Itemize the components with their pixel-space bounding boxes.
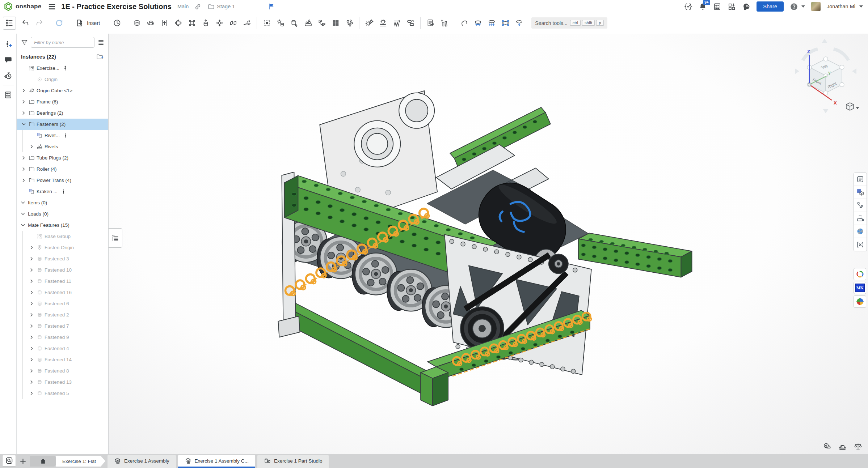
user-menu-caret-icon[interactable] <box>859 5 863 8</box>
onshape-logo[interactable]: onshape <box>4 2 41 11</box>
history-clock-icon[interactable] <box>110 17 123 30</box>
drawing-overlay-icon[interactable] <box>424 17 437 30</box>
gear-relation-icon[interactable] <box>363 17 376 30</box>
tree-item-fastened-4[interactable]: Fastened 4 <box>17 343 108 354</box>
tree-item-fastened-16[interactable]: Fastened 16 <box>17 287 108 298</box>
colorwheel-app-icon[interactable] <box>854 295 866 308</box>
expand-arrow-icon[interactable] <box>19 200 27 205</box>
assembly-structure-icon[interactable] <box>3 17 16 30</box>
expand-arrow-icon[interactable] <box>28 335 35 340</box>
tree-item-bearings-2[interactable]: Bearings (2) <box>17 107 108 119</box>
mate-planar-icon[interactable] <box>172 17 185 30</box>
mate-connector-add-icon[interactable] <box>0 36 17 52</box>
mate-list-panel-handle[interactable] <box>109 228 122 248</box>
tree-item-rivets[interactable]: Rivets <box>17 141 108 152</box>
rack-pinion-relation-icon[interactable] <box>376 17 389 30</box>
tree-item-frame-6[interactable]: Frame (6) <box>17 96 108 107</box>
mate-fastened-icon[interactable] <box>130 17 143 30</box>
tree-item-fastened-8[interactable]: Fastened 8 <box>17 365 108 376</box>
expand-arrow-icon[interactable] <box>28 290 35 295</box>
expand-arrow-icon[interactable] <box>28 391 35 396</box>
expand-arrow-icon[interactable] <box>28 268 35 272</box>
explode-line-icon[interactable] <box>458 17 471 30</box>
tree-item-fastened-10[interactable]: Fastened 10 <box>17 264 108 276</box>
checklist-icon[interactable] <box>0 87 17 103</box>
section-sheet-icon[interactable] <box>854 212 867 225</box>
add-tab-button[interactable] <box>18 455 28 467</box>
expand-arrow-icon[interactable] <box>19 223 27 227</box>
scale-icon[interactable] <box>854 442 862 451</box>
tree-item-fastened-11[interactable]: Fastened 11 <box>17 276 108 287</box>
tab-exercise-1-assembly[interactable]: Exercise 1 Assembly <box>108 455 176 468</box>
expand-arrow-icon[interactable] <box>28 324 35 328</box>
expand-arrow-icon[interactable] <box>20 156 28 160</box>
orbit-app-icon[interactable] <box>854 268 866 280</box>
mate-connector-icon[interactable] <box>288 17 301 30</box>
transfer-in-context-icon[interactable] <box>315 17 328 30</box>
tree-item-fastened-3[interactable]: Fastened 3 <box>17 253 108 264</box>
tree-item-fastened-2[interactable]: Fastened 2 <box>17 309 108 320</box>
tasks-icon[interactable] <box>713 3 721 11</box>
expand-arrow-icon[interactable] <box>28 357 35 362</box>
expand-arrow-icon[interactable] <box>20 111 28 115</box>
tree-item-origin[interactable]: Origin <box>17 74 108 85</box>
tree-item-items-0[interactable]: Items (0) <box>17 197 108 208</box>
mk-app-icon[interactable]: MK <box>854 282 866 294</box>
tree-item-power-trans-4[interactable]: Power Trans (4) <box>17 175 108 186</box>
favorite-mates-icon[interactable] <box>274 17 287 30</box>
tab-search-button[interactable] <box>2 455 16 467</box>
linear-pattern-icon[interactable] <box>329 17 342 30</box>
learning-icon[interactable] <box>742 3 750 11</box>
tree-item-fastened-6[interactable]: Fastened 6 <box>17 298 108 309</box>
tree-item-fastened-7[interactable]: Fastened 7 <box>17 320 108 332</box>
funnel-icon[interactable] <box>21 39 28 46</box>
app-blocks-icon[interactable] <box>728 3 736 11</box>
main-menu-icon[interactable] <box>48 3 56 11</box>
workspace-label[interactable]: Stage 1 <box>217 4 235 9</box>
tree-item-fastened-9[interactable]: Fastened 9 <box>17 332 108 343</box>
workspace-folder-icon[interactable] <box>208 3 215 10</box>
tree-item-tube-plugs-2[interactable]: Tube Plugs (2) <box>17 152 108 163</box>
tree-item-origin-cube-1[interactable]: Origin Cube <1> <box>17 85 108 96</box>
tab-exercise-1-part-studio[interactable]: Exercise 1 Part Studio <box>257 455 329 468</box>
tree-item-fastened-5[interactable]: Fastened 5 <box>17 388 108 399</box>
tree-item-fastened-13[interactable]: Fastened 13 <box>17 376 108 388</box>
expand-arrow-icon[interactable] <box>20 167 28 171</box>
expand-arrow-icon[interactable] <box>28 144 35 149</box>
circular-pattern-icon[interactable] <box>343 17 356 30</box>
notifications-bell-icon[interactable]: 9+ <box>699 3 707 11</box>
tab-exercise-1-flat[interactable]: Exercise 1: Flat <box>56 456 105 467</box>
view-cube[interactable]: Top Front Right Z X Y <box>791 35 860 117</box>
branch-label[interactable]: Main <box>177 4 189 9</box>
expand-arrow-icon[interactable] <box>28 256 35 261</box>
mate-pin-slot-icon[interactable] <box>213 17 226 30</box>
tree-item-mate-features-15[interactable]: Mate Features (15) <box>17 220 108 231</box>
named-items-add-icon[interactable] <box>438 17 451 30</box>
screw-relation-icon[interactable] <box>390 17 403 30</box>
tree-item-loads-0[interactable]: Loads (0) <box>17 208 108 220</box>
list-view-icon[interactable] <box>97 39 105 46</box>
expand-arrow-icon[interactable] <box>28 346 35 351</box>
stopwatch-icon[interactable] <box>0 68 17 84</box>
view-options-button[interactable] <box>846 103 859 110</box>
mate-slider-icon[interactable] <box>158 17 171 30</box>
tree-item-exercise[interactable]: Exercise... <box>17 63 108 74</box>
help-icon[interactable] <box>790 3 798 11</box>
pinwheel-icon[interactable] <box>854 225 867 238</box>
tape-measure-icon[interactable] <box>823 442 831 451</box>
tree-item-kraken[interactable]: Kraken ... <box>17 186 108 197</box>
group-icon[interactable] <box>260 17 273 30</box>
tab-exercise-1-assembly-c[interactable]: Exercise 1 Assembly C... <box>178 455 255 468</box>
replicate-icon[interactable] <box>302 17 315 30</box>
tree-item-fastened-14[interactable]: Fastened 14 <box>17 354 108 365</box>
viewport-3d[interactable]: Top Front Right Z X Y MK <box>109 34 868 454</box>
tree-item-rivet[interactable]: Rivet... <box>17 130 108 141</box>
search-tools-box[interactable]: Search tools... ctrlshiftp <box>531 17 607 29</box>
expand-arrow-icon[interactable] <box>28 312 35 317</box>
view-cube-faces[interactable] <box>807 57 844 95</box>
tree-item-base-group[interactable]: Base Group <box>17 231 108 242</box>
mate-parallel-icon[interactable] <box>227 17 240 30</box>
animate-drop-icon[interactable] <box>513 17 526 30</box>
animate-rotate-icon[interactable] <box>471 17 484 30</box>
mate-revolute-icon[interactable] <box>144 17 157 30</box>
